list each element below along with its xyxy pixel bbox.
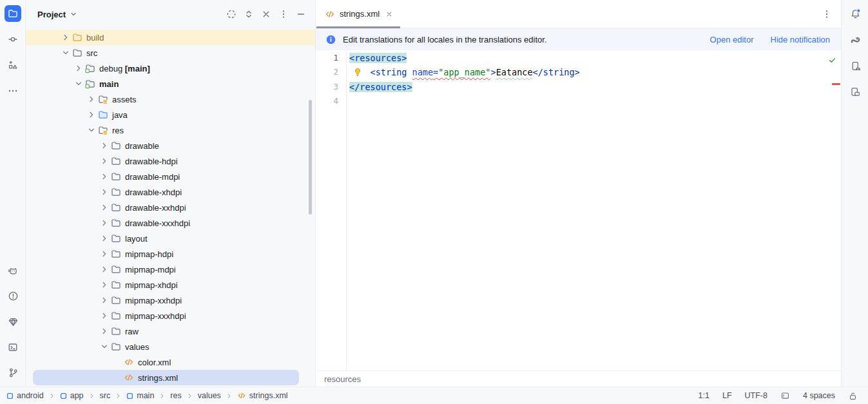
running-devices-icon[interactable] [850,86,861,97]
tree-item-label: assets [112,95,137,104]
chevron-right-icon[interactable] [99,295,110,305]
structure-tool-button[interactable] [5,57,21,73]
chevron-right-icon[interactable] [86,110,97,120]
line-ending-widget[interactable]: LF [722,391,732,400]
chevron-right-icon[interactable] [99,218,110,228]
tree-item-assets[interactable]: assets [26,91,315,107]
breadcrumb-item-android[interactable]: android [6,391,44,400]
breadcrumb-item-main[interactable]: main [126,391,154,400]
tree-item-drawable-xxhdpi[interactable]: drawable-xxhdpi [26,200,315,215]
chevron-right-icon[interactable] [86,94,97,104]
chevron-right-icon[interactable] [61,32,71,43]
collapse-all-icon[interactable] [261,9,271,19]
encoding-widget[interactable]: UTF-8 [745,391,767,400]
tree-item-mipmap-xxhdpi[interactable]: mipmap-xxhdpi [26,293,315,308]
tree-item-debug[interactable]: debug [main] [26,61,315,76]
editor-options-kebab-icon[interactable] [822,9,832,19]
terminal-tool-button[interactable] [5,339,21,356]
breadcrumb-item-values[interactable]: values [198,391,221,400]
intention-bulb-icon[interactable] [352,67,363,77]
hide-notification-link[interactable]: Hide notification [771,35,831,44]
indent-widget[interactable]: 4 spaces [803,391,835,400]
tree-item-strings-xml[interactable]: strings.xml [26,370,315,385]
project-panel-title[interactable]: Project [37,10,66,19]
tree-item-mipmap-xxxhdpi[interactable]: mipmap-xxxhdpi [26,308,315,323]
tree-item-res[interactable]: res [26,122,315,138]
tree-item-layout[interactable]: layout [26,231,315,246]
inspections-widget-icon[interactable] [780,391,790,401]
tree-item-drawable-hdpi[interactable]: drawable-hdpi [26,153,315,169]
commit-tool-button[interactable] [5,31,21,48]
chevron-right-icon[interactable] [99,233,110,244]
tree-item-main[interactable]: main [26,76,315,91]
breadcrumb-item-strings-xml[interactable]: strings.xml [237,391,288,400]
code-line-3[interactable]: 3</resources> [316,80,841,94]
tree-item-build[interactable]: build [26,30,315,45]
open-editor-link[interactable]: Open editor [710,35,754,44]
right-tool-strip [841,0,868,387]
breadcrumb-item-res[interactable]: res [170,391,181,400]
tree-item-color-xml[interactable]: color.xml [26,354,315,370]
tree-item-mipmap-hdpi[interactable]: mipmap-hdpi [26,246,315,262]
chevron-right-icon[interactable] [99,249,110,259]
chevron-right-icon[interactable] [99,326,110,336]
more-tool-windows-button[interactable] [5,82,21,99]
select-opened-file-icon[interactable] [226,9,236,19]
tree-scrollbar[interactable] [309,100,312,215]
breadcrumb-label: main [137,391,154,400]
chevron-down-icon[interactable] [61,48,71,58]
chevron-right-icon[interactable] [99,156,110,166]
chevron-down-icon[interactable] [73,79,84,89]
chevron-right-icon[interactable] [99,171,110,182]
line-number: 1 [316,51,338,65]
code-editor[interactable]: 1<resources>2 <string name="app_name">Ea… [316,51,841,370]
problems-tool-button[interactable] [5,287,21,304]
expand-all-icon[interactable] [244,9,254,19]
gradle-icon[interactable] [850,35,861,46]
panel-options-kebab-icon[interactable] [278,9,289,19]
code-line-4[interactable]: 4 [316,94,841,108]
breadcrumb-item-app[interactable]: app [60,391,84,400]
folder-icon [111,202,121,213]
logcat-tool-button[interactable] [5,262,21,279]
tree-item-label: values [125,342,149,352]
tree-item-src[interactable]: src [26,45,315,61]
chevron-right-icon[interactable] [99,140,110,151]
device-manager-icon[interactable] [850,61,861,72]
tree-item-raw[interactable]: raw [26,323,315,339]
module-icon [126,392,133,399]
chevron-right-icon[interactable] [99,311,110,321]
tree-item-java[interactable]: java [26,107,315,122]
project-view-chevron-down-icon[interactable] [70,10,77,18]
notifications-bell-icon[interactable] [850,8,861,19]
close-tab-icon[interactable] [385,10,393,18]
tree-item-drawable-mdpi[interactable]: drawable-mdpi [26,169,315,184]
project-tool-button[interactable] [5,5,21,22]
chevron-right-icon[interactable] [73,63,84,73]
breadcrumb-resources[interactable]: resources [324,374,361,384]
chevron-right-icon[interactable] [99,202,110,213]
hide-panel-icon[interactable] [296,9,306,19]
chevron-down-icon[interactable] [86,125,97,135]
tree-item-drawable-xhdpi[interactable]: drawable-xhdpi [26,184,315,200]
readonly-lock-icon[interactable] [848,391,858,401]
app-quality-insights-tool-button[interactable] [5,313,21,330]
chevron-right-icon[interactable] [99,280,110,290]
tab-strings-xml[interactable]: strings.xml [316,0,401,28]
caret-position-widget[interactable]: 1:1 [699,391,709,400]
tree-item-mipmap-xhdpi[interactable]: mipmap-xhdpi [26,277,315,293]
tree-item-mipmap-mdpi[interactable]: mipmap-mdpi [26,262,315,277]
tree-item-values[interactable]: values [26,339,315,354]
version-control-tool-button[interactable] [5,364,21,381]
module-icon [6,392,14,399]
tree-item-drawable-xxxhdpi[interactable]: drawable-xxxhdpi [26,215,315,231]
chevron-right-icon[interactable] [99,264,110,274]
chevron-down-icon[interactable] [99,341,110,352]
tree-item-label: mipmap-hdpi [125,249,173,259]
tree-item-drawable[interactable]: drawable [26,138,315,153]
code-line-2[interactable]: 2 <string name="app_name">Eatance</strin… [316,65,841,79]
chevron-right-icon[interactable] [99,187,110,197]
tree-item-label: color.xml [138,358,171,367]
breadcrumb-item-src[interactable]: src [100,391,111,400]
code-line-1[interactable]: 1<resources> [316,51,841,65]
